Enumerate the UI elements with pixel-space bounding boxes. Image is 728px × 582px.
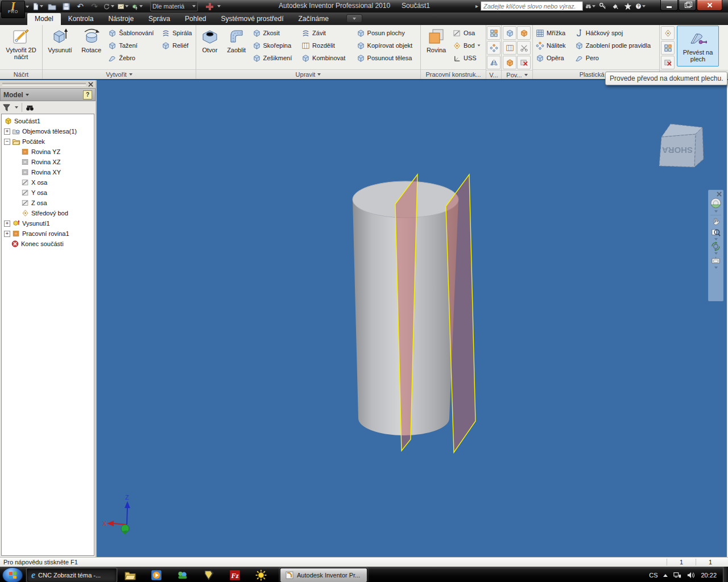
panel-label-pracovni[interactable]: Pracovní konstruk... bbox=[421, 69, 486, 79]
orbit-dropdown-icon[interactable] bbox=[714, 252, 718, 255]
shell-button[interactable]: Skořepina bbox=[251, 39, 299, 52]
ucs-button[interactable]: USS bbox=[452, 52, 483, 64]
loft-button[interactable]: Šablonování bbox=[107, 27, 159, 39]
draft-button[interactable]: Zešikmení bbox=[251, 52, 299, 64]
sweep-button[interactable]: Tažení bbox=[107, 39, 159, 52]
expander-icon[interactable]: − bbox=[4, 139, 10, 145]
extrude-button[interactable]: Vysunutí bbox=[44, 27, 76, 54]
extract-ifeature-button[interactable] bbox=[661, 41, 675, 55]
navbar-more-dropdown-icon[interactable] bbox=[714, 267, 718, 269]
color-override-dropdown-icon[interactable] bbox=[217, 5, 221, 7]
tab-systemove-prostredi[interactable]: Systémové prostředí bbox=[213, 13, 291, 25]
tab-zaciname[interactable]: Začínáme bbox=[291, 13, 336, 25]
circular-pattern-button[interactable] bbox=[487, 41, 500, 55]
taskbar-icon-green-app[interactable] bbox=[175, 568, 190, 582]
rectangular-pattern-button[interactable] bbox=[487, 26, 500, 40]
subscription-icon[interactable] bbox=[598, 2, 608, 11]
fillet-button[interactable]: Zaoblit bbox=[224, 27, 250, 54]
orbit-button[interactable] bbox=[711, 242, 721, 251]
tree-item-y-axis[interactable]: Y osa bbox=[2, 188, 94, 198]
split-button[interactable]: Rozdělit bbox=[300, 39, 354, 52]
volume-icon[interactable] bbox=[687, 571, 695, 579]
hole-button[interactable]: Otvor bbox=[198, 27, 222, 54]
redo-button[interactable]: ↷ bbox=[89, 1, 100, 11]
taskbar-icon-filezilla[interactable]: Fz bbox=[228, 568, 242, 582]
mirror-button[interactable] bbox=[487, 56, 500, 69]
help-button[interactable] bbox=[635, 2, 646, 11]
restore-button[interactable] bbox=[679, 0, 696, 11]
delete-face-button[interactable] bbox=[517, 56, 531, 69]
taskbar-icon-sun-app[interactable] bbox=[254, 568, 268, 582]
show-hidden-icons-button[interactable] bbox=[663, 574, 668, 577]
move-bodies-button[interactable]: Posunout tělesa bbox=[355, 52, 419, 64]
communication-center-icon[interactable] bbox=[610, 2, 621, 11]
expander-icon[interactable]: + bbox=[4, 128, 10, 135]
move-face-button[interactable]: Posun plochy bbox=[355, 27, 419, 39]
viewcube-face-label[interactable]: SHORA bbox=[662, 146, 693, 155]
browser-help-icon[interactable]: ? bbox=[83, 90, 92, 99]
work-point-button[interactable]: Bod bbox=[452, 39, 483, 52]
patch-button[interactable] bbox=[503, 56, 516, 69]
edit-base-solid-button[interactable] bbox=[661, 56, 675, 69]
taskbar-inventor-window-button[interactable]: Autodesk Inventor Pr... bbox=[280, 568, 367, 582]
sketch-display-button[interactable] bbox=[117, 1, 129, 11]
convert-to-sheet-metal-button[interactable]: Převést na plech bbox=[677, 26, 719, 66]
tree-item-origin[interactable]: −Počátek bbox=[2, 136, 94, 147]
tab-model[interactable]: Model bbox=[27, 13, 61, 25]
show-desktop-button[interactable] bbox=[723, 567, 728, 582]
emboss-button[interactable]: Reliéf bbox=[160, 39, 194, 52]
stitch-button[interactable] bbox=[503, 41, 516, 55]
insert-ifeature-button[interactable] bbox=[661, 26, 675, 40]
create-2d-sketch-button[interactable]: Vytvořit 2D náčrt bbox=[5, 27, 38, 61]
search-dropdown-icon[interactable] bbox=[592, 5, 595, 7]
tree-item-extrusion1[interactable]: +Vysunutí1 bbox=[2, 218, 94, 228]
panel-label-vytvorit[interactable]: Vytvořit bbox=[43, 69, 196, 79]
new-file-button[interactable] bbox=[32, 1, 43, 11]
save-button[interactable] bbox=[60, 1, 72, 11]
favorites-icon[interactable] bbox=[623, 2, 633, 11]
search-button[interactable] bbox=[585, 2, 595, 11]
grill-button[interactable]: Mřížka bbox=[535, 27, 572, 39]
work-axis-button[interactable]: Osa bbox=[452, 27, 483, 39]
navbar-close-icon[interactable] bbox=[717, 192, 722, 197]
thread-button[interactable]: Závit bbox=[300, 27, 354, 39]
tab-pohled[interactable]: Pohled bbox=[177, 13, 213, 25]
ribbon-minimize-button[interactable] bbox=[346, 14, 362, 23]
update-button[interactable] bbox=[103, 1, 114, 11]
application-menu-button[interactable]: I PRO bbox=[1, 1, 25, 18]
update-dropdown-icon[interactable] bbox=[111, 5, 114, 7]
revolve-button[interactable]: Rotace bbox=[77, 27, 105, 54]
expander-icon[interactable]: + bbox=[4, 231, 10, 237]
help-dropdown-icon[interactable] bbox=[642, 5, 646, 7]
browser-grip[interactable] bbox=[0, 80, 96, 88]
rib-button[interactable]: Žebro bbox=[107, 52, 159, 64]
chamfer-button[interactable]: Zkosit bbox=[251, 27, 299, 39]
search-expand-icon[interactable]: ▸ bbox=[475, 3, 478, 9]
browser-header[interactable]: Model ? bbox=[0, 88, 96, 101]
tree-item-plane-xy[interactable]: Rovina XY bbox=[2, 167, 94, 177]
taskbar-ie-window-button[interactable]: e CNC Zobrazit téma -... bbox=[26, 568, 117, 582]
help-search-input[interactable] bbox=[481, 1, 583, 11]
sculpt-button[interactable] bbox=[503, 26, 516, 40]
filter-icon[interactable] bbox=[2, 103, 11, 112]
undo-button[interactable]: ↶ bbox=[75, 1, 86, 11]
look-at-button[interactable] bbox=[711, 256, 721, 265]
open-file-button[interactable] bbox=[46, 1, 57, 11]
taskbar-icon-explorer[interactable] bbox=[123, 568, 138, 582]
rest-button[interactable]: Opěra bbox=[535, 52, 572, 64]
clock[interactable]: 20:22 bbox=[701, 572, 717, 579]
coil-button[interactable]: Spirála bbox=[160, 27, 194, 39]
tree-item-z-axis[interactable]: Z osa bbox=[2, 198, 94, 208]
zoom-dropdown-icon[interactable] bbox=[714, 238, 718, 240]
tree-item-center-point[interactable]: Středový bod bbox=[2, 208, 94, 218]
panel-label-nacrt[interactable]: Náčrt bbox=[0, 69, 42, 79]
steering-wheel-dropdown-icon[interactable] bbox=[714, 210, 718, 213]
boss-button[interactable]: Nálitek bbox=[535, 39, 572, 52]
tab-kontrola[interactable]: Kontrola bbox=[61, 13, 101, 25]
tree-item-solid-bodies[interactable]: +Objemová tělesa(1) bbox=[2, 126, 94, 136]
panel-label-povrch[interactable]: Pov... bbox=[502, 70, 532, 79]
application-menu-arrow-icon[interactable] bbox=[26, 6, 29, 8]
sketch-display-dropdown-icon[interactable] bbox=[125, 5, 129, 7]
minimize-button[interactable] bbox=[660, 0, 678, 11]
browser-title-dropdown-icon[interactable] bbox=[26, 94, 29, 96]
